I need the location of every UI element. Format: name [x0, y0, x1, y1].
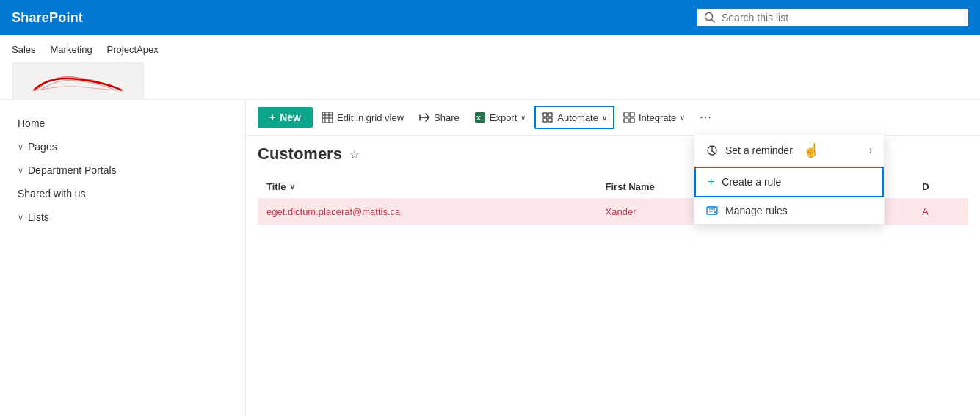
sidebar-item-pages[interactable]: ∨ Pages: [0, 135, 245, 158]
integrate-label: Integrate: [639, 112, 676, 123]
chevron-dept-icon: ∨: [18, 166, 23, 175]
tab-sales[interactable]: Sales: [12, 41, 36, 58]
edit-grid-icon: [322, 112, 333, 123]
cursor-icon: ☝: [803, 142, 819, 158]
sidebar-item-dept-portals[interactable]: ∨ Department Portals: [0, 158, 245, 182]
automate-icon: [542, 112, 553, 123]
toolbar: + New Edit in grid view: [246, 100, 980, 136]
svg-line-1: [712, 20, 715, 23]
set-reminder-label: Set a reminder: [725, 145, 793, 156]
export-icon: X: [474, 112, 486, 123]
search-box: [697, 9, 968, 26]
manage-rules-label: Manage rules: [725, 205, 788, 216]
sidebar-item-home-label: Home: [18, 117, 45, 129]
chevron-lists-icon: ∨: [18, 213, 23, 222]
favorite-star-icon[interactable]: ☆: [349, 147, 360, 161]
new-plus-icon: +: [269, 112, 275, 123]
integrate-button[interactable]: Integrate ∨: [617, 107, 691, 128]
svg-rect-9: [543, 113, 547, 117]
col-title-label: Title: [266, 181, 286, 192]
more-button[interactable]: ···: [694, 106, 717, 128]
export-button[interactable]: X Export ∨: [468, 107, 532, 128]
sidebar: Home ∨ Pages ∨ Department Portals Shared…: [0, 100, 246, 416]
export-label: Export: [490, 112, 518, 123]
col-title: Title ∨: [258, 175, 597, 199]
tab-projectapex[interactable]: ProjectApex: [107, 41, 159, 58]
col-d-label: D: [922, 181, 929, 192]
edit-grid-button[interactable]: Edit in grid view: [316, 107, 410, 128]
sidebar-item-lists-label: Lists: [28, 211, 49, 223]
set-reminder-content: Set a reminder ☝: [706, 142, 819, 158]
col-d: D: [913, 175, 968, 199]
svg-rect-17: [624, 118, 628, 123]
svg-rect-15: [624, 112, 628, 117]
sidebar-item-lists[interactable]: ∨ Lists: [0, 205, 245, 229]
sidebar-item-shared[interactable]: Shared with us: [0, 182, 245, 205]
col-title-header: Title ∨: [266, 181, 588, 192]
col-firstname-label: First Name: [606, 181, 655, 192]
col-title-chevron-icon[interactable]: ∨: [289, 182, 295, 191]
main-layout: Home ∨ Pages ∨ Department Portals Shared…: [0, 100, 980, 416]
set-reminder-arrow-icon: ›: [869, 145, 872, 156]
more-icon: ···: [700, 111, 711, 124]
reminder-icon: [706, 145, 718, 156]
svg-rect-2: [322, 112, 333, 123]
share-icon: [418, 112, 430, 123]
svg-rect-22: [707, 207, 717, 214]
sidebar-item-pages-label: Pages: [28, 141, 57, 153]
sidebar-item-dept-label: Department Portals: [28, 164, 117, 176]
create-rule-icon: +: [708, 175, 714, 189]
share-label: Share: [434, 112, 460, 123]
cell-d: A: [913, 199, 968, 225]
set-reminder-item[interactable]: Set a reminder ☝ ›: [694, 135, 884, 167]
manage-rules-item[interactable]: Manage rules: [694, 197, 884, 224]
export-chevron-icon: ∨: [520, 114, 526, 122]
top-bar: SharePoint: [0, 0, 980, 35]
search-input[interactable]: [722, 12, 961, 23]
share-button[interactable]: Share: [413, 107, 465, 128]
tab-marketing[interactable]: Marketing: [51, 41, 92, 58]
edit-grid-label: Edit in grid view: [337, 112, 404, 123]
automate-button[interactable]: Automate ∨: [534, 106, 614, 129]
svg-rect-10: [548, 113, 552, 117]
chevron-pages-icon: ∨: [18, 142, 23, 152]
search-icon: [704, 12, 716, 23]
create-rule-item[interactable]: + Create a rule: [694, 167, 884, 197]
sidebar-item-home[interactable]: Home: [0, 112, 245, 135]
integrate-icon: [623, 112, 635, 123]
svg-text:X: X: [476, 114, 481, 122]
svg-line-21: [712, 151, 714, 153]
svg-rect-18: [630, 118, 634, 123]
manage-rules-content: Manage rules: [706, 205, 788, 216]
integrate-chevron-icon: ∨: [680, 114, 685, 122]
create-rule-label: Create a rule: [722, 176, 781, 188]
list-title: Customers: [258, 145, 342, 164]
sub-nav: Sales Marketing ProjectApex: [0, 35, 980, 100]
create-rule-content: + Create a rule: [708, 175, 781, 189]
svg-rect-11: [543, 118, 547, 122]
new-label: New: [280, 112, 301, 123]
car-logo-svg: [19, 65, 137, 101]
automate-chevron-icon: ∨: [602, 114, 607, 122]
sidebar-item-shared-label: Shared with us: [18, 188, 86, 200]
automate-label: Automate: [557, 112, 598, 123]
automate-dropdown: Set a reminder ☝ › + Create a rule: [694, 135, 885, 225]
svg-rect-16: [630, 112, 634, 117]
manage-rules-icon: [706, 205, 718, 216]
col-d-header: D: [922, 181, 959, 192]
cell-title: eget.dictum.placerat@mattis.ca: [258, 199, 597, 225]
tab-row: Sales Marketing ProjectApex: [12, 35, 968, 58]
svg-rect-12: [548, 118, 552, 122]
content-area: + New Edit in grid view: [246, 100, 980, 416]
app-title: SharePoint: [12, 10, 83, 26]
logo-area: [12, 62, 968, 103]
site-logo: [12, 62, 144, 103]
new-button[interactable]: + New: [258, 107, 313, 128]
